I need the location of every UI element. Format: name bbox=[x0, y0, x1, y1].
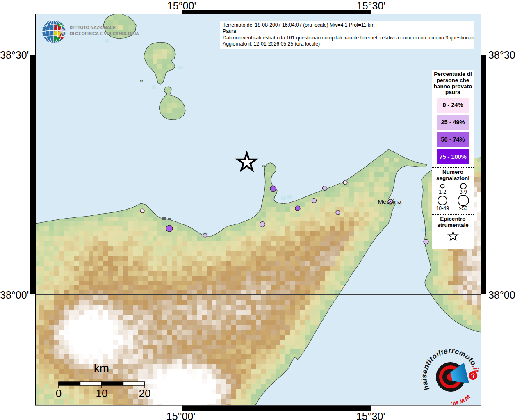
felt-report-marker bbox=[140, 209, 144, 213]
count-class-10-49: 10-49 bbox=[432, 195, 453, 211]
lon-label-top-15-00: 15°00' bbox=[155, 0, 208, 12]
islet bbox=[263, 165, 265, 167]
event-title-line: Terremoto del 18-08-2007 16:04:07 (ora l… bbox=[223, 22, 472, 28]
count-label-1-2: 1-2 bbox=[439, 189, 446, 195]
count-circle-10-49 bbox=[438, 196, 447, 205]
scalebar-unit: km bbox=[80, 362, 123, 375]
ingv-logo[interactable]: ISTITUTO NAZIONALE DI GEOFISICA E VULCAN… bbox=[41, 18, 176, 45]
event-data-note-line: Dati non verificati estratti da 161 ques… bbox=[223, 35, 472, 41]
felt-report-marker bbox=[260, 222, 265, 227]
lat-label-right-38-30: 38°30' bbox=[488, 49, 515, 61]
legend-swatch-0-24: 0 - 24% bbox=[437, 98, 469, 113]
felt-report-marker bbox=[295, 206, 300, 211]
city-label-messina: Messina bbox=[372, 198, 407, 205]
lon-label-bottom-15-30: 15°30' bbox=[344, 411, 397, 420]
count-circle-50plus bbox=[458, 195, 469, 206]
count-label-50plus: ≥50 bbox=[459, 205, 467, 211]
lon-label-bottom-15-00: 15°00' bbox=[154, 411, 207, 420]
lon-label-top-15-30: 15°30' bbox=[344, 0, 398, 12]
scalebar-tick-20: 20 bbox=[137, 387, 153, 400]
haisentitoilterremoto-logo[interactable]: haisentitoilterremoto.it www. ? bbox=[419, 345, 482, 409]
felt-report-marker bbox=[336, 210, 340, 215]
count-circle-1-2 bbox=[441, 184, 444, 188]
logo-www-text: www. bbox=[448, 393, 474, 409]
felt-report-marker bbox=[323, 186, 327, 191]
event-updated-line: Aggiornato il: 12-01-2026 05:25 (ora loc… bbox=[223, 41, 472, 47]
legend-swatch-50-74: 50 - 74% bbox=[437, 132, 469, 147]
scalebar bbox=[55, 380, 150, 388]
legend-epicenter-symbol bbox=[432, 230, 474, 244]
felt-report-marker bbox=[424, 239, 428, 244]
felt-report-marker bbox=[270, 186, 276, 192]
event-info-box: Terremoto del 18-08-2007 16:04:07 (ora l… bbox=[220, 21, 474, 49]
count-label-3-9: 3-9 bbox=[460, 189, 467, 195]
legend-swatch-25-49: 25 - 49% bbox=[437, 115, 469, 130]
scalebar-tick-0: 0 bbox=[52, 387, 65, 400]
legend-count-title: Numero segnalazioni bbox=[432, 168, 474, 182]
lat-label-left-38-30: 38°30' bbox=[0, 49, 27, 61]
felt-report-marker bbox=[203, 233, 207, 237]
ingv-felt-map-screenshot: { "frame": { "lon_labels": ["15°00'", "1… bbox=[0, 0, 515, 420]
felt-report-marker bbox=[343, 180, 347, 185]
ingv-text-line1: ISTITUTO NAZIONALE bbox=[70, 25, 139, 31]
legend-panel: Percentuale di persone che hanno provato… bbox=[432, 70, 474, 249]
lat-label-left-38-00: 38°00' bbox=[0, 289, 27, 301]
event-effect-line: Paura bbox=[223, 28, 472, 34]
count-class-3-9: 3-9 bbox=[453, 183, 474, 195]
lat-label-right-38-00: 38°00' bbox=[488, 289, 515, 301]
felt-report-marker bbox=[312, 199, 317, 203]
count-label-10-49: 10-49 bbox=[436, 205, 449, 211]
map-interior bbox=[34, 10, 483, 409]
felt-report-marker bbox=[166, 225, 173, 232]
legend-fear-title: Percentuale di persone che hanno provato… bbox=[432, 70, 474, 96]
legend-count-grid: 1-2 3-9 10-49 ≥50 bbox=[432, 183, 474, 211]
legend-swatch-75-100: 75 - 100% bbox=[437, 149, 469, 164]
count-circle-3-9 bbox=[460, 183, 466, 189]
ingv-globe-icon bbox=[41, 18, 67, 45]
count-class-1-2: 1-2 bbox=[432, 183, 453, 195]
ingv-text-line2: DI GEOFISICA E VULCANOLOGIA bbox=[70, 31, 139, 37]
islet bbox=[141, 80, 143, 82]
scalebar-tick-10: 10 bbox=[93, 387, 110, 400]
count-class-50plus: ≥50 bbox=[453, 195, 474, 211]
legend-epicenter-title: Epicentro strumentale bbox=[432, 215, 474, 228]
ingv-logo-text: ISTITUTO NAZIONALE DI GEOFISICA E VULCAN… bbox=[70, 25, 139, 37]
star-icon bbox=[448, 231, 458, 240]
